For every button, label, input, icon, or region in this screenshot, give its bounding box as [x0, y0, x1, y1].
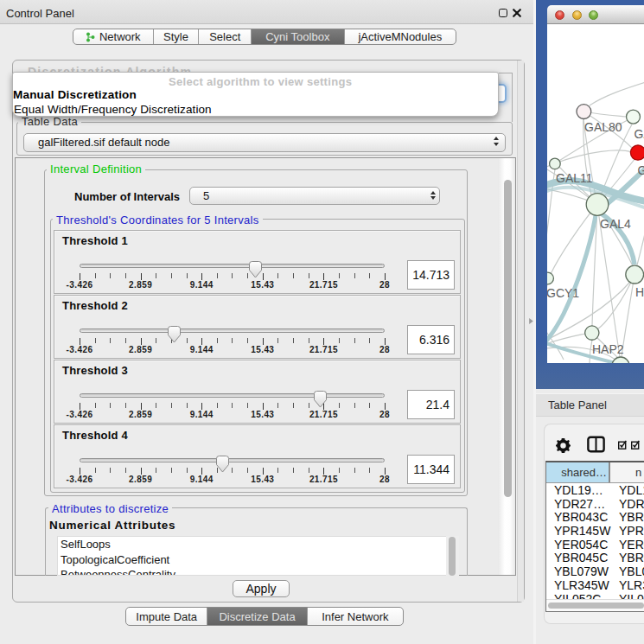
svg-text:GA: GA: [634, 127, 644, 141]
svg-text:G: G: [638, 163, 644, 177]
svg-text:GAL4: GAL4: [600, 217, 631, 231]
svg-text:GAL80: GAL80: [584, 120, 622, 134]
svg-text:H: H: [635, 285, 644, 299]
svg-text:GCY1: GCY1: [547, 286, 579, 300]
svg-text:GAL11: GAL11: [556, 171, 593, 185]
svg-text:HAP2: HAP2: [592, 342, 624, 356]
